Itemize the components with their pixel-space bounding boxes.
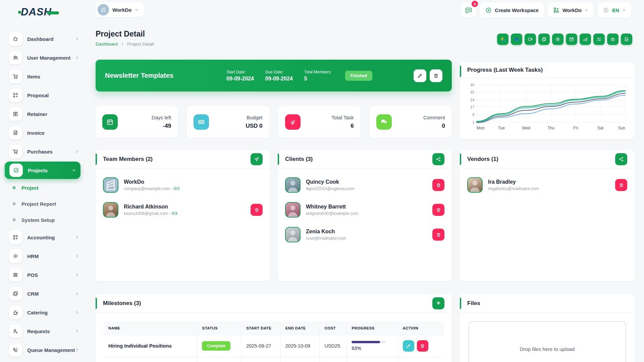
sidebar-item-hrm[interactable]: HRM	[0, 247, 85, 265]
file-dropzone[interactable]: Drop files here to upload	[469, 321, 626, 362]
quicklink-adsense-button[interactable]	[497, 34, 508, 45]
member-email: company@example.com - 0/3	[124, 186, 179, 191]
quicklink-gear-button[interactable]	[552, 34, 564, 45]
accent-bar	[460, 154, 461, 165]
svg-text:40: 40	[470, 83, 474, 87]
member-email: keanu2006@gmail.com - 0/3	[124, 211, 177, 216]
sidebar-item-label: Proposal	[27, 93, 79, 98]
stat-value: -49	[152, 123, 171, 129]
start-date-value: 09-09-2024	[226, 76, 254, 82]
files-card: Files Drop files here to upload	[460, 294, 635, 362]
edit-project-button[interactable]	[414, 69, 426, 82]
breadcrumb-dashboard-link[interactable]: Dashboard	[96, 42, 118, 47]
delete-member-button[interactable]	[251, 204, 263, 216]
sidebar: DashboardUser ManagementItemsProposalRet…	[0, 19, 85, 359]
workspace-chip[interactable]: WorkDo	[96, 2, 144, 17]
messages-badge: 0	[472, 1, 478, 7]
avatar	[285, 177, 301, 193]
users-icon	[9, 51, 22, 64]
svg-text:Sun: Sun	[618, 126, 625, 130]
sidebar-item-items[interactable]: Items	[0, 67, 85, 86]
column-header-start-date: START DATE	[241, 321, 281, 335]
member-name: WorkDo	[124, 179, 179, 185]
sidebar-item-user-management[interactable]: User Management	[0, 48, 85, 67]
quicklink-onedrive-button[interactable]	[511, 34, 522, 45]
messages-button[interactable]: 0	[461, 2, 476, 18]
chat-bubble-icon	[465, 6, 472, 14]
sidebar-item-retainer[interactable]: Retainer	[0, 105, 85, 123]
header-actions: 0 Create Workspace WorkDo EN	[461, 2, 631, 18]
sidebar-subitem-system-setup[interactable]: System Setup	[0, 212, 85, 228]
svg-text:32: 32	[470, 90, 474, 94]
sidebar-item-crm[interactable]: CRM	[0, 284, 85, 303]
crm-icon	[9, 287, 22, 300]
sidebar-item-label: Items	[27, 74, 79, 79]
sidebar-subitem-project[interactable]: Project	[0, 180, 85, 196]
app-logo: DASH	[21, 6, 59, 18]
progress-line-chart: 4032241791MonTueWedThuFriSatSun	[465, 81, 629, 132]
member-email: fapor22014@oglerau.com	[306, 186, 355, 191]
chevron-right-icon	[75, 235, 79, 239]
invite-member-button[interactable]	[251, 153, 263, 165]
sidebar-item-catering[interactable]: Catering	[0, 303, 85, 322]
sidebar-item-purchases[interactable]: Purchases	[0, 142, 85, 161]
bullet-icon	[13, 202, 15, 205]
vendors-card: Vendors (1) Ira Bradleynegefuricu@mailin…	[460, 150, 635, 281]
edit-milestone-button[interactable]	[403, 340, 414, 352]
sidebar-subitem-label: System Setup	[21, 217, 55, 223]
quicklink-copy-button[interactable]	[538, 34, 550, 45]
sidebar-item-pos[interactable]: POS	[0, 265, 85, 284]
team-card-title: Team Members (2)	[103, 156, 153, 163]
sidebar-item-invoice[interactable]: Invoice	[0, 123, 85, 142]
share-icon	[436, 157, 441, 162]
sidebar-item-label: Catering	[27, 310, 75, 315]
workspace-menu-button[interactable]: WorkDo	[548, 2, 594, 18]
invoice-icon	[9, 126, 22, 139]
sidebar-item-requests[interactable]: Requests	[0, 322, 85, 341]
chevron-right-icon	[75, 348, 79, 352]
plus-circle-icon	[485, 7, 492, 13]
milestones-card-title: Milestones (3)	[103, 300, 141, 307]
delete-project-button[interactable]	[430, 69, 442, 82]
total-members-value: 5	[304, 76, 332, 82]
proposal-icon	[9, 88, 22, 102]
total-members-label: Total Members:	[304, 70, 332, 74]
create-workspace-button[interactable]: Create Workspace	[480, 2, 544, 18]
vendors-card-header: Vendors (1)	[460, 150, 635, 169]
sidebar-item-queue-management[interactable]: Queue Management	[0, 341, 85, 359]
clients-card: Clients (3) Quincy Cookfapor22014@oglera…	[278, 150, 452, 281]
share-clients-button[interactable]	[432, 153, 444, 165]
delete-member-button[interactable]	[432, 204, 444, 216]
stat-value: 6	[331, 123, 354, 129]
sidebar-item-proposal[interactable]: Proposal	[0, 86, 85, 105]
svg-text:Mon: Mon	[477, 126, 484, 130]
share-vendors-button[interactable]	[615, 153, 627, 165]
sidebar-item-accounting[interactable]: Accounting	[0, 228, 85, 247]
quicklink-bar-chart-button[interactable]	[580, 34, 591, 45]
quicklink-video-call-button[interactable]	[525, 34, 536, 45]
page-head: Project Detail Dashboard Project Detail	[96, 29, 154, 47]
language-selector[interactable]: EN	[597, 2, 631, 18]
accounting-icon	[9, 231, 22, 244]
adsense-icon	[500, 37, 506, 42]
sidebar-item-dashboard[interactable]: Dashboard	[0, 29, 85, 48]
quicklink-bug-button[interactable]	[607, 34, 619, 45]
bullet-icon	[13, 186, 15, 189]
add-milestone-button[interactable]: +	[432, 297, 444, 309]
delete-member-button[interactable]	[615, 179, 627, 191]
delete-member-button[interactable]	[432, 229, 444, 241]
member-name: Ira Bradley	[488, 179, 539, 185]
calendar-icon	[569, 37, 574, 42]
column-header-cost: COST	[320, 321, 347, 335]
gear-icon	[555, 37, 560, 42]
chart-card-header: Progress (Last Week Tasks)	[460, 62, 635, 78]
sidebar-subitem-project-report[interactable]: Project Report	[0, 196, 85, 212]
quicklink-calendar-button[interactable]	[566, 34, 577, 45]
delete-member-button[interactable]	[432, 179, 444, 191]
sidebar-item-projects[interactable]: Projects	[5, 162, 80, 179]
delete-milestone-button[interactable]	[417, 340, 428, 352]
quicklink-sliders-button[interactable]	[593, 34, 605, 45]
member-name: Richard Atkinson	[124, 204, 177, 210]
quick-links-toolbar	[497, 34, 632, 45]
quicklink-report-button[interactable]	[621, 34, 632, 45]
